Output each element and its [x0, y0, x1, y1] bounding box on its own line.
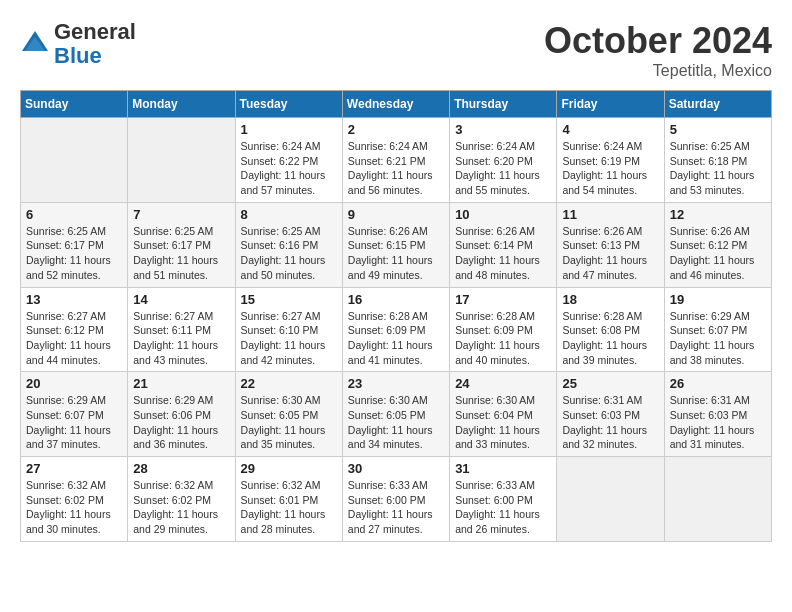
- calendar-cell: 30Sunrise: 6:33 AM Sunset: 6:00 PM Dayli…: [342, 457, 449, 542]
- calendar-cell: 14Sunrise: 6:27 AM Sunset: 6:11 PM Dayli…: [128, 287, 235, 372]
- calendar-cell: 28Sunrise: 6:32 AM Sunset: 6:02 PM Dayli…: [128, 457, 235, 542]
- day-number: 25: [562, 376, 658, 391]
- day-info: Sunrise: 6:26 AM Sunset: 6:15 PM Dayligh…: [348, 224, 444, 283]
- day-number: 28: [133, 461, 229, 476]
- day-number: 9: [348, 207, 444, 222]
- day-info: Sunrise: 6:33 AM Sunset: 6:00 PM Dayligh…: [348, 478, 444, 537]
- day-info: Sunrise: 6:31 AM Sunset: 6:03 PM Dayligh…: [562, 393, 658, 452]
- calendar-cell: 8Sunrise: 6:25 AM Sunset: 6:16 PM Daylig…: [235, 202, 342, 287]
- calendar-cell: 24Sunrise: 6:30 AM Sunset: 6:04 PM Dayli…: [450, 372, 557, 457]
- calendar-header-row: SundayMondayTuesdayWednesdayThursdayFrid…: [21, 91, 772, 118]
- day-number: 8: [241, 207, 337, 222]
- day-info: Sunrise: 6:24 AM Sunset: 6:22 PM Dayligh…: [241, 139, 337, 198]
- calendar-cell: 22Sunrise: 6:30 AM Sunset: 6:05 PM Dayli…: [235, 372, 342, 457]
- day-number: 23: [348, 376, 444, 391]
- calendar-cell: 17Sunrise: 6:28 AM Sunset: 6:09 PM Dayli…: [450, 287, 557, 372]
- calendar-header-tuesday: Tuesday: [235, 91, 342, 118]
- day-info: Sunrise: 6:28 AM Sunset: 6:09 PM Dayligh…: [348, 309, 444, 368]
- title-block: October 2024 Tepetitla, Mexico: [544, 20, 772, 80]
- month-title: October 2024: [544, 20, 772, 62]
- calendar-cell: 26Sunrise: 6:31 AM Sunset: 6:03 PM Dayli…: [664, 372, 771, 457]
- day-info: Sunrise: 6:28 AM Sunset: 6:09 PM Dayligh…: [455, 309, 551, 368]
- day-number: 24: [455, 376, 551, 391]
- day-number: 6: [26, 207, 122, 222]
- day-info: Sunrise: 6:32 AM Sunset: 6:02 PM Dayligh…: [133, 478, 229, 537]
- day-info: Sunrise: 6:26 AM Sunset: 6:14 PM Dayligh…: [455, 224, 551, 283]
- day-info: Sunrise: 6:29 AM Sunset: 6:07 PM Dayligh…: [670, 309, 766, 368]
- calendar-cell: 29Sunrise: 6:32 AM Sunset: 6:01 PM Dayli…: [235, 457, 342, 542]
- day-info: Sunrise: 6:25 AM Sunset: 6:16 PM Dayligh…: [241, 224, 337, 283]
- calendar-cell: 21Sunrise: 6:29 AM Sunset: 6:06 PM Dayli…: [128, 372, 235, 457]
- day-info: Sunrise: 6:28 AM Sunset: 6:08 PM Dayligh…: [562, 309, 658, 368]
- day-number: 5: [670, 122, 766, 137]
- calendar-header-wednesday: Wednesday: [342, 91, 449, 118]
- logo-icon: [20, 29, 50, 59]
- calendar-week-5: 27Sunrise: 6:32 AM Sunset: 6:02 PM Dayli…: [21, 457, 772, 542]
- day-info: Sunrise: 6:25 AM Sunset: 6:17 PM Dayligh…: [26, 224, 122, 283]
- day-info: Sunrise: 6:25 AM Sunset: 6:18 PM Dayligh…: [670, 139, 766, 198]
- day-number: 18: [562, 292, 658, 307]
- day-number: 31: [455, 461, 551, 476]
- calendar-cell: [128, 118, 235, 203]
- day-number: 2: [348, 122, 444, 137]
- day-number: 22: [241, 376, 337, 391]
- calendar-cell: [21, 118, 128, 203]
- calendar-cell: 3Sunrise: 6:24 AM Sunset: 6:20 PM Daylig…: [450, 118, 557, 203]
- calendar-cell: 13Sunrise: 6:27 AM Sunset: 6:12 PM Dayli…: [21, 287, 128, 372]
- page-header: General Blue October 2024 Tepetitla, Mex…: [20, 20, 772, 80]
- day-info: Sunrise: 6:25 AM Sunset: 6:17 PM Dayligh…: [133, 224, 229, 283]
- logo-text: General Blue: [54, 20, 136, 68]
- day-number: 29: [241, 461, 337, 476]
- calendar-week-4: 20Sunrise: 6:29 AM Sunset: 6:07 PM Dayli…: [21, 372, 772, 457]
- day-number: 7: [133, 207, 229, 222]
- day-number: 20: [26, 376, 122, 391]
- day-number: 10: [455, 207, 551, 222]
- day-info: Sunrise: 6:31 AM Sunset: 6:03 PM Dayligh…: [670, 393, 766, 452]
- day-info: Sunrise: 6:30 AM Sunset: 6:04 PM Dayligh…: [455, 393, 551, 452]
- calendar-cell: [664, 457, 771, 542]
- day-number: 26: [670, 376, 766, 391]
- calendar-cell: 27Sunrise: 6:32 AM Sunset: 6:02 PM Dayli…: [21, 457, 128, 542]
- day-info: Sunrise: 6:26 AM Sunset: 6:13 PM Dayligh…: [562, 224, 658, 283]
- calendar-cell: 25Sunrise: 6:31 AM Sunset: 6:03 PM Dayli…: [557, 372, 664, 457]
- day-info: Sunrise: 6:27 AM Sunset: 6:12 PM Dayligh…: [26, 309, 122, 368]
- day-info: Sunrise: 6:26 AM Sunset: 6:12 PM Dayligh…: [670, 224, 766, 283]
- day-info: Sunrise: 6:32 AM Sunset: 6:01 PM Dayligh…: [241, 478, 337, 537]
- day-number: 17: [455, 292, 551, 307]
- day-number: 19: [670, 292, 766, 307]
- day-number: 4: [562, 122, 658, 137]
- logo-blue: Blue: [54, 44, 136, 68]
- day-info: Sunrise: 6:27 AM Sunset: 6:10 PM Dayligh…: [241, 309, 337, 368]
- day-info: Sunrise: 6:29 AM Sunset: 6:07 PM Dayligh…: [26, 393, 122, 452]
- calendar-cell: 16Sunrise: 6:28 AM Sunset: 6:09 PM Dayli…: [342, 287, 449, 372]
- logo: General Blue: [20, 20, 136, 68]
- calendar: SundayMondayTuesdayWednesdayThursdayFrid…: [20, 90, 772, 542]
- day-info: Sunrise: 6:33 AM Sunset: 6:00 PM Dayligh…: [455, 478, 551, 537]
- day-number: 21: [133, 376, 229, 391]
- calendar-cell: [557, 457, 664, 542]
- calendar-cell: 5Sunrise: 6:25 AM Sunset: 6:18 PM Daylig…: [664, 118, 771, 203]
- calendar-cell: 1Sunrise: 6:24 AM Sunset: 6:22 PM Daylig…: [235, 118, 342, 203]
- day-number: 16: [348, 292, 444, 307]
- day-number: 27: [26, 461, 122, 476]
- calendar-header-sunday: Sunday: [21, 91, 128, 118]
- day-number: 1: [241, 122, 337, 137]
- calendar-cell: 9Sunrise: 6:26 AM Sunset: 6:15 PM Daylig…: [342, 202, 449, 287]
- day-number: 13: [26, 292, 122, 307]
- calendar-header-friday: Friday: [557, 91, 664, 118]
- calendar-cell: 20Sunrise: 6:29 AM Sunset: 6:07 PM Dayli…: [21, 372, 128, 457]
- calendar-header-monday: Monday: [128, 91, 235, 118]
- day-info: Sunrise: 6:30 AM Sunset: 6:05 PM Dayligh…: [348, 393, 444, 452]
- calendar-week-2: 6Sunrise: 6:25 AM Sunset: 6:17 PM Daylig…: [21, 202, 772, 287]
- day-info: Sunrise: 6:27 AM Sunset: 6:11 PM Dayligh…: [133, 309, 229, 368]
- calendar-cell: 19Sunrise: 6:29 AM Sunset: 6:07 PM Dayli…: [664, 287, 771, 372]
- calendar-cell: 23Sunrise: 6:30 AM Sunset: 6:05 PM Dayli…: [342, 372, 449, 457]
- logo-general: General: [54, 20, 136, 44]
- day-number: 12: [670, 207, 766, 222]
- calendar-cell: 31Sunrise: 6:33 AM Sunset: 6:00 PM Dayli…: [450, 457, 557, 542]
- calendar-cell: 4Sunrise: 6:24 AM Sunset: 6:19 PM Daylig…: [557, 118, 664, 203]
- calendar-cell: 18Sunrise: 6:28 AM Sunset: 6:08 PM Dayli…: [557, 287, 664, 372]
- day-info: Sunrise: 6:24 AM Sunset: 6:21 PM Dayligh…: [348, 139, 444, 198]
- calendar-cell: 6Sunrise: 6:25 AM Sunset: 6:17 PM Daylig…: [21, 202, 128, 287]
- day-number: 30: [348, 461, 444, 476]
